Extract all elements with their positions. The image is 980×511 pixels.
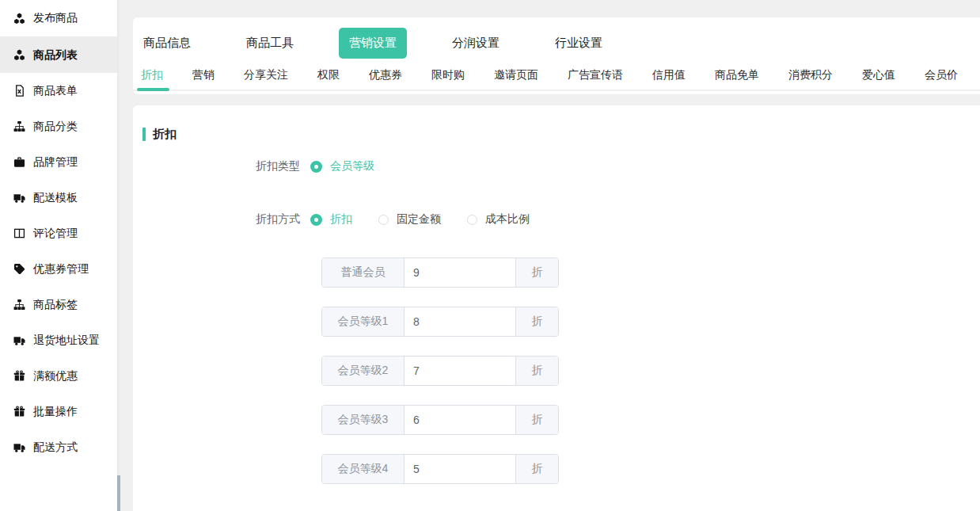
form-row: 折扣方式折扣固定金额成本比例 <box>133 212 980 227</box>
discount-value-input[interactable] <box>405 455 515 483</box>
file-excel-icon <box>13 85 25 97</box>
discount-value-input[interactable] <box>405 258 515 287</box>
sub-tab[interactable]: 会员价 <box>925 68 958 90</box>
sidebar-item-label: 配送方式 <box>33 440 78 455</box>
truck-icon <box>13 192 25 204</box>
discount-settings-card: 折扣 折扣类型会员等级折扣方式折扣固定金额成本比例 普通会员折会员等级1折会员等… <box>133 105 980 511</box>
form-row: 折扣类型会员等级 <box>133 159 980 174</box>
sidebar-item-label: 退货地址设置 <box>33 334 100 348</box>
sub-tab[interactable]: 权限 <box>317 68 340 90</box>
sub-tab[interactable]: 折扣 <box>141 68 163 90</box>
settings-tabs-card: 商品信息商品工具营销设置分润设置行业设置 折扣营销分享关注权限优惠券限时购邀请页… <box>133 17 980 94</box>
truck-icon <box>13 441 25 453</box>
member-level-label: 会员等级1 <box>322 307 405 336</box>
sidebar-item[interactable]: 配送模板 <box>0 180 117 215</box>
discount-value-input[interactable] <box>405 307 515 336</box>
main-tab-bar: 商品信息商品工具营销设置分润设置行业设置 <box>133 17 980 59</box>
radio-icon[interactable] <box>467 215 477 225</box>
cubes-icon <box>13 13 25 25</box>
main-tab[interactable]: 行业设置 <box>545 28 613 59</box>
sub-tab[interactable]: 邀请页面 <box>494 68 538 90</box>
sub-tab[interactable]: 信用值 <box>652 68 686 90</box>
section-title: 折扣 <box>153 127 177 142</box>
member-level-label: 会员等级2 <box>322 357 405 385</box>
radio-option[interactable]: 会员等级 <box>310 159 374 174</box>
radio-label: 固定金额 <box>397 212 441 227</box>
sidebar-item-label: 优惠券管理 <box>33 262 89 276</box>
sub-tab[interactable]: 爱心值 <box>862 68 895 90</box>
sidebar-item[interactable]: 满额优惠 <box>0 358 117 394</box>
sidebar-item-label: 品牌管理 <box>33 155 78 170</box>
sidebar-item-label: 发布商品 <box>33 11 78 25</box>
sidebar-item-label: 评论管理 <box>33 227 78 241</box>
sidebar-item[interactable]: 商品标签 <box>0 287 117 322</box>
sub-tab[interactable]: 分享关注 <box>244 68 288 90</box>
radio-option[interactable]: 折扣 <box>310 212 352 227</box>
sub-tab[interactable]: 商品免单 <box>715 68 759 90</box>
sidebar-item-label: 商品分类 <box>33 120 78 134</box>
discount-value-input[interactable] <box>405 357 515 385</box>
sub-tab[interactable]: 优惠券 <box>369 68 402 90</box>
sidebar-scrollbar-thumb[interactable] <box>117 475 120 511</box>
sidebar-item[interactable]: 批量操作 <box>0 394 117 429</box>
radio-label: 成本比例 <box>485 212 530 227</box>
sub-tab[interactable]: 消费积分 <box>788 68 833 90</box>
main-tab[interactable]: 商品工具 <box>236 28 304 59</box>
discount-value-input[interactable] <box>405 406 515 434</box>
sub-tab[interactable]: 广告宣传语 <box>568 68 623 90</box>
sidebar-item-label: 商品标签 <box>33 298 78 312</box>
main-tab[interactable]: 营销设置 <box>339 28 407 59</box>
main-tab[interactable]: 商品信息 <box>133 28 201 59</box>
member-level-label: 会员等级4 <box>322 455 405 483</box>
sub-tab[interactable]: 营销 <box>192 68 215 90</box>
unit-label: 折 <box>515 258 558 287</box>
sub-tab[interactable]: 限时购 <box>431 68 465 90</box>
discount-level-rows: 普通会员折会员等级1折会员等级2折会员等级3折会员等级4折 <box>321 257 980 484</box>
unit-label: 折 <box>515 307 558 336</box>
columns-icon <box>13 227 25 239</box>
sidebar-item[interactable]: 评论管理 <box>0 215 117 251</box>
member-level-label: 会员等级3 <box>322 406 405 434</box>
sitemap-icon <box>13 120 25 132</box>
sub-tab-bar: 折扣营销分享关注权限优惠券限时购邀请页面广告宣传语信用值商品免单消费积分爱心值会… <box>133 59 980 91</box>
sidebar-item[interactable]: 品牌管理 <box>0 144 117 180</box>
sidebar: 发布商品商品列表商品表单商品分类品牌管理配送模板评论管理优惠券管理商品标签退货地… <box>0 0 117 511</box>
discount-form: 折扣类型会员等级折扣方式折扣固定金额成本比例 <box>133 159 980 227</box>
sidebar-item[interactable]: 退货地址设置 <box>0 322 117 358</box>
sidebar-item[interactable]: 配送方式 <box>0 429 117 465</box>
unit-label: 折 <box>515 357 558 385</box>
truck-icon <box>13 334 25 346</box>
unit-label: 折 <box>515 406 558 434</box>
tag-icon <box>13 263 25 275</box>
sidebar-item[interactable]: 商品列表 <box>0 37 117 73</box>
radio-icon[interactable] <box>310 161 322 173</box>
radio-icon[interactable] <box>310 214 322 226</box>
discount-input-group: 会员等级4折 <box>321 454 559 484</box>
member-level-label: 普通会员 <box>322 258 405 287</box>
radio-option[interactable]: 成本比例 <box>467 212 530 227</box>
sidebar-item[interactable]: 发布商品 <box>0 0 117 37</box>
sidebar-item-label: 配送模板 <box>33 191 78 205</box>
gift-icon <box>13 370 25 382</box>
sidebar-item[interactable]: 优惠券管理 <box>0 251 117 287</box>
unit-label: 折 <box>515 455 558 483</box>
radio-option[interactable]: 固定金额 <box>378 212 441 227</box>
cubes-icon <box>13 49 25 61</box>
sidebar-item-label: 商品表单 <box>33 84 78 98</box>
sitemap-icon <box>13 299 25 311</box>
form-label: 折扣类型 <box>133 159 310 174</box>
discount-input-group: 会员等级2折 <box>321 356 559 386</box>
sidebar-item-label: 商品列表 <box>33 48 78 63</box>
radio-label: 折扣 <box>330 212 352 227</box>
sidebar-item[interactable]: 商品表单 <box>0 73 117 109</box>
gift-icon <box>13 406 25 418</box>
briefcase-icon <box>13 156 25 168</box>
discount-input-group: 会员等级1折 <box>321 307 559 337</box>
form-label: 折扣方式 <box>133 212 310 227</box>
discount-input-group: 普通会员折 <box>321 257 559 288</box>
sidebar-item[interactable]: 商品分类 <box>0 109 117 144</box>
discount-input-group: 会员等级3折 <box>321 405 559 435</box>
main-tab[interactable]: 分润设置 <box>442 28 510 59</box>
radio-label: 会员等级 <box>330 159 374 174</box>
radio-icon[interactable] <box>378 215 389 225</box>
